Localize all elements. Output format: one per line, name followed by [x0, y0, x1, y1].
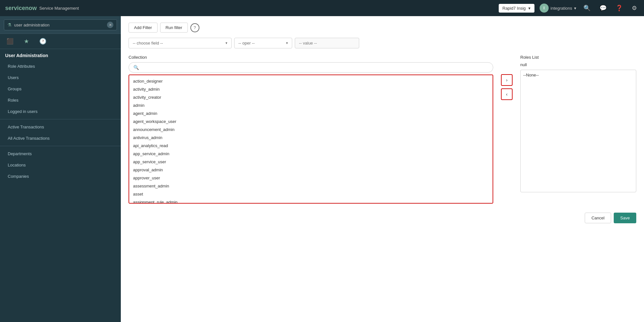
instance-selector[interactable]: Rapid7 Insig ▾	[499, 4, 534, 13]
choose-field-chevron-icon: ▾	[226, 41, 227, 45]
choose-field-select[interactable]: -- choose field -- ▾	[129, 38, 232, 48]
list-item[interactable]: app_service_admin	[129, 150, 493, 158]
run-filter-button[interactable]: Run filter	[160, 23, 188, 33]
main-layout: ⚗ ✕ ⬛ ★ 🕐 User Administration Role Attri…	[0, 16, 644, 322]
move-left-button[interactable]: ‹	[501, 88, 513, 100]
sidebar-section-title: User Administration	[0, 49, 121, 61]
sidebar-item-all-active-transactions[interactable]: All Active Transactions	[0, 133, 121, 144]
oper-chevron-icon: ▾	[286, 41, 288, 45]
sidebar-tab-monitor[interactable]: ⬛	[5, 36, 15, 46]
user-label: integrations	[551, 6, 572, 11]
filter-help-icon[interactable]: ?	[190, 23, 199, 32]
collection-search-input[interactable]	[141, 65, 488, 70]
collection-panel: Collection 🔍 action_designer activity_ad…	[129, 55, 493, 204]
oper-select[interactable]: -- oper -- ▾	[234, 38, 292, 48]
sidebar-item-role-attributes[interactable]: Role Attributes	[0, 61, 121, 72]
sidebar-search-input[interactable]	[14, 23, 104, 27]
logo-text: servicenow	[5, 5, 37, 12]
clear-search-button[interactable]: ✕	[107, 22, 113, 28]
sidebar-item-logged-in-users[interactable]: Logged in users	[0, 106, 121, 117]
list-item[interactable]: app_service_user	[129, 158, 493, 166]
sidebar-item-companies[interactable]: Companies	[0, 171, 121, 182]
sidebar-search-area: ⚗ ✕	[0, 16, 121, 34]
sidebar-divider-1	[0, 119, 121, 119]
brand-logo: servicenow Service Management	[5, 5, 79, 12]
list-item[interactable]: activity_creator	[129, 93, 493, 101]
filter-icon: ⚗	[7, 22, 12, 27]
dialog-buttons: Cancel Save	[129, 210, 636, 223]
sidebar-item-locations[interactable]: Locations	[0, 159, 121, 171]
list-item[interactable]: approver_user	[129, 174, 493, 182]
search-wrapper: ⚗ ✕	[4, 19, 117, 30]
list-item[interactable]: antivirus_admin	[129, 134, 493, 142]
settings-nav-button[interactable]: ⚙	[630, 3, 639, 14]
instance-label: Rapid7 Insig	[503, 6, 526, 11]
choose-field-label: -- choose field --	[133, 41, 163, 45]
list-item[interactable]: agent_admin	[129, 109, 493, 117]
service-title: Service Management	[39, 6, 79, 11]
collection-search-wrapper: 🔍	[129, 62, 493, 73]
top-nav: servicenow Service Management Rapid7 Ins…	[0, 0, 644, 16]
sidebar-item-roles[interactable]: Roles	[0, 95, 121, 106]
roles-panel-title: Roles List	[520, 55, 636, 60]
user-menu[interactable]: I integrations ▾	[540, 4, 576, 13]
list-item[interactable]: action_designer	[129, 77, 493, 85]
collection-panel-title: Collection	[129, 55, 493, 60]
transfer-buttons: › ‹	[501, 55, 513, 100]
filter-row: -- choose field -- ▾ -- oper -- ▾	[129, 38, 636, 48]
sidebar-item-active-transactions[interactable]: Active Transactions	[0, 121, 121, 133]
collection-search-icon: 🔍	[133, 65, 139, 70]
list-item[interactable]: assignment_rule_admin	[129, 198, 493, 204]
add-filter-button[interactable]: Add Filter	[129, 23, 158, 33]
sidebar-item-groups[interactable]: Groups	[0, 83, 121, 95]
list-item[interactable]: assessment_admin	[129, 182, 493, 190]
cancel-button[interactable]: Cancel	[585, 213, 611, 223]
roles-list[interactable]: --None--	[520, 70, 636, 192]
sidebar: ⚗ ✕ ⬛ ★ 🕐 User Administration Role Attri…	[0, 16, 121, 322]
content-area: Add Filter Run filter ? -- choose field …	[121, 16, 644, 322]
roles-panel: Roles List null --None--	[520, 55, 636, 192]
roles-null-label: null	[520, 62, 636, 67]
list-item[interactable]: announcement_admin	[129, 126, 493, 134]
search-nav-button[interactable]: 🔍	[582, 3, 592, 14]
sidebar-tab-history[interactable]: 🕐	[38, 36, 48, 46]
sidebar-icon-row: ⬛ ★ 🕐	[0, 34, 121, 49]
chat-nav-button[interactable]: 💬	[598, 3, 609, 14]
collection-list-wrapper: action_designer activity_admin activity_…	[129, 75, 493, 204]
list-item[interactable]: asset	[129, 190, 493, 198]
list-item[interactable]: approval_admin	[129, 166, 493, 174]
collection-area: Collection 🔍 action_designer activity_ad…	[129, 55, 636, 204]
sidebar-tab-favorites[interactable]: ★	[23, 36, 30, 46]
instance-chevron-icon: ▾	[528, 6, 531, 11]
save-button[interactable]: Save	[614, 213, 636, 223]
sidebar-divider-2	[0, 146, 121, 146]
list-item[interactable]: api_analytics_read	[129, 142, 493, 150]
help-nav-button[interactable]: ❓	[614, 3, 625, 14]
user-chevron-icon: ▾	[574, 6, 576, 11]
filter-bar: Add Filter Run filter ?	[129, 23, 636, 33]
move-right-button[interactable]: ›	[501, 74, 513, 86]
roles-none-item: --None--	[523, 73, 633, 77]
list-item[interactable]: agent_workspace_user	[129, 117, 493, 126]
sidebar-item-users[interactable]: Users	[0, 72, 121, 83]
sidebar-item-departments[interactable]: Departments	[0, 148, 121, 159]
oper-label: -- oper --	[238, 41, 255, 45]
user-avatar: I	[540, 4, 549, 13]
list-item[interactable]: admin	[129, 101, 493, 109]
value-input[interactable]	[295, 38, 359, 48]
collection-list: action_designer activity_admin activity_…	[129, 75, 493, 204]
list-item[interactable]: activity_admin	[129, 85, 493, 93]
